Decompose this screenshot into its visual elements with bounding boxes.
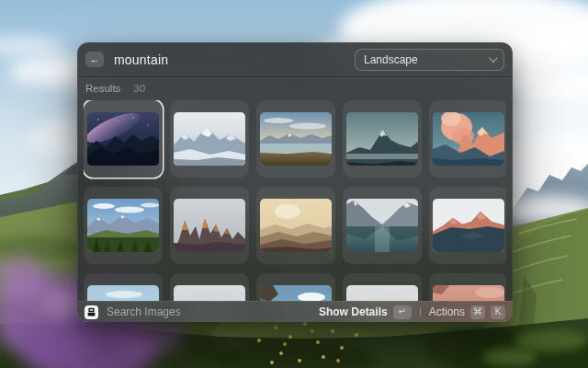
- actions-label: Actions: [429, 305, 465, 318]
- grid-item-8[interactable]: [256, 187, 335, 264]
- search-images-app-icon: [85, 305, 98, 319]
- thumbnail-rocky-spires: [174, 199, 245, 252]
- grid-item-3[interactable]: [256, 100, 335, 178]
- footer-separator: [420, 307, 421, 316]
- screen: ← mountain Landscape Results 30: [0, 0, 588, 368]
- thumbnail-milky-way: [87, 112, 159, 166]
- show-details-button[interactable]: Show Details ↵: [319, 305, 412, 319]
- results-count: 30: [133, 83, 145, 94]
- enter-key-icon: ↵: [393, 305, 412, 319]
- grid-item-4[interactable]: [343, 100, 422, 178]
- grid-item-2[interactable]: [170, 100, 249, 178]
- thumbnail-hazy-ridges: [260, 199, 332, 252]
- show-details-label: Show Details: [319, 305, 388, 318]
- orientation-dropdown[interactable]: Landscape: [355, 49, 504, 71]
- grid-item-1[interactable]: [84, 100, 163, 178]
- results-row: Results 30: [85, 83, 145, 94]
- image-grid: [84, 100, 506, 322]
- thumbnail-teal-peak: [346, 112, 418, 166]
- thumbnail-snowy-peaks: [174, 112, 245, 166]
- dropdown-selected-label: Landscape: [364, 53, 418, 66]
- footer-bar: Search Images Show Details ↵ Actions ⌘ K: [77, 301, 513, 322]
- back-button[interactable]: ←: [85, 52, 104, 67]
- footer-app-name: Search Images: [107, 305, 181, 318]
- grid-item-10[interactable]: [429, 187, 506, 264]
- command-key-icon: ⌘: [470, 305, 485, 319]
- thumbnail-green-valley: [87, 199, 159, 252]
- grid-item-9[interactable]: [343, 187, 422, 264]
- grid-item-5[interactable]: [429, 100, 506, 178]
- search-window: ← mountain Landscape Results 30: [77, 42, 513, 322]
- chevron-down-icon: [489, 53, 498, 63]
- k-key-icon: K: [491, 305, 505, 319]
- thumbnail-alpenglow: [433, 112, 504, 166]
- thumbnail-pink-peaks: [433, 199, 504, 252]
- search-query[interactable]: mountain: [114, 52, 168, 67]
- grid-item-7[interactable]: [170, 187, 249, 264]
- grid-item-6[interactable]: [84, 187, 163, 264]
- thumbnail-lake-reflection: [346, 199, 418, 252]
- results-label: Results: [85, 83, 120, 94]
- thumbnail-lake-dusk: [260, 112, 332, 166]
- actions-button[interactable]: Actions ⌘ K: [429, 305, 505, 319]
- window-titlebar: ← mountain Landscape: [77, 42, 513, 77]
- back-arrow-icon: ←: [90, 54, 100, 64]
